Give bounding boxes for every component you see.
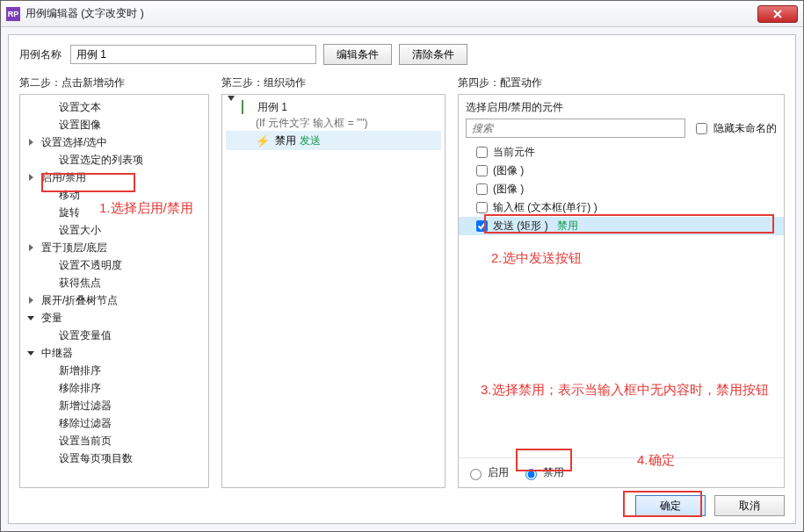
widget-name: 当前元件	[493, 145, 535, 160]
case-name-input[interactable]	[70, 45, 316, 64]
action-tree-item[interactable]: 设置大小	[20, 221, 208, 239]
action-tree-item[interactable]: 设置每页项目数	[20, 449, 208, 467]
action-target: 发送	[300, 133, 321, 148]
columns: 第二步：点击新增动作 设置文本设置图像设置选择/选中设置选定的列表项启用/禁用移…	[19, 75, 785, 488]
action-tree-item[interactable]: 设置当前页	[20, 432, 208, 449]
column-step3-title: 第三步：组织动作	[221, 75, 445, 90]
enable-disable-radio-row: 启用 禁用	[459, 457, 784, 487]
close-icon	[772, 9, 783, 19]
widget-name: (图像 )	[493, 163, 524, 178]
ok-button[interactable]: 确定	[635, 495, 706, 516]
organized-actions-list[interactable]: 用例 1 (If 元件文字 输入框 = "") ⚡ 禁用 发送	[221, 94, 445, 488]
widget-row[interactable]: (图像 )	[459, 180, 784, 198]
action-tree-item[interactable]: 启用/禁用	[20, 169, 208, 186]
widget-state: 禁用	[557, 219, 578, 234]
widget-checklist[interactable]: 当前元件(图像 )(图像 )输入框 (文本框(单行) )发送 (矩形 )禁用	[459, 143, 784, 457]
close-button[interactable]	[757, 5, 798, 23]
action-tree-item[interactable]: 中继器	[20, 344, 208, 362]
case-name-row: 用例名称 编辑条件 清除条件	[19, 44, 785, 65]
action-tree-item[interactable]: 设置图像	[20, 116, 208, 133]
hide-unnamed-checkbox[interactable]	[696, 123, 707, 134]
widget-checkbox[interactable]	[476, 147, 488, 158]
action-label: 禁用	[275, 133, 296, 148]
titlebar: RP 用例编辑器 (文字改变时 )	[1, 1, 803, 27]
widget-row[interactable]: 当前元件	[459, 143, 784, 162]
widget-search-input[interactable]	[466, 119, 685, 138]
case-icon	[242, 100, 243, 114]
action-tree-item[interactable]: 展开/折叠树节点	[20, 291, 208, 309]
bolt-icon: ⚡	[256, 134, 270, 147]
widget-checkbox[interactable]	[476, 220, 488, 232]
configure-header: 选择启用/禁用的元件	[459, 95, 784, 119]
action-tree-item[interactable]: 设置选定的列表项	[20, 151, 208, 169]
radio-disable[interactable]: 禁用	[521, 465, 564, 480]
column-step4: 第四步：配置动作 选择启用/禁用的元件 隐藏未命名的 当前元件(图像 )(图像 …	[458, 75, 785, 488]
widget-name: 发送 (矩形 )	[493, 219, 548, 234]
clear-condition-button[interactable]: 清除条件	[399, 44, 467, 65]
radio-enable-input[interactable]	[470, 469, 482, 480]
action-tree-item[interactable]: 移动	[20, 186, 208, 204]
action-type-list[interactable]: 设置文本设置图像设置选择/选中设置选定的列表项启用/禁用移动旋转设置大小置于顶层…	[19, 94, 209, 488]
dialog-window: RP 用例编辑器 (文字改变时 ) 用例名称 编辑条件 清除条件 第二步：点击新…	[0, 0, 804, 532]
action-tree-item[interactable]: 旋转	[20, 204, 208, 221]
hide-unnamed-label: 隐藏未命名的	[713, 121, 777, 136]
column-step4-title: 第四步：配置动作	[458, 75, 785, 90]
widget-name: 输入框 (文本框(单行) )	[493, 200, 598, 215]
cancel-button[interactable]: 取消	[714, 495, 785, 516]
action-tree-item[interactable]: 设置变量值	[20, 327, 208, 344]
case-name: 用例 1	[257, 100, 287, 115]
action-tree-item[interactable]: 变量	[20, 309, 208, 327]
case-header[interactable]: 用例 1	[226, 98, 441, 116]
radio-enable[interactable]: 启用	[466, 465, 509, 480]
widget-row[interactable]: 发送 (矩形 )禁用	[459, 217, 784, 235]
action-tree-item[interactable]: 新增排序	[20, 362, 208, 379]
dialog-body: 用例名称 编辑条件 清除条件 第二步：点击新增动作 设置文本设置图像设置选择/选…	[8, 34, 796, 524]
case-action[interactable]: ⚡ 禁用 发送	[226, 131, 441, 150]
action-tree-item[interactable]: 置于顶层/底层	[20, 239, 208, 256]
radio-enable-label: 启用	[488, 465, 509, 480]
column-step3: 第三步：组织动作 用例 1 (If 元件文字 输入框 = "") ⚡ 禁用 发送	[221, 75, 445, 488]
widget-checkbox[interactable]	[476, 165, 488, 176]
hide-unnamed-toggle[interactable]: 隐藏未命名的	[692, 120, 777, 137]
dialog-footer: 确定 取消	[19, 488, 785, 516]
edit-condition-button[interactable]: 编辑条件	[323, 44, 392, 65]
window-title: 用例编辑器 (文字改变时 )	[25, 6, 757, 21]
action-tree-item[interactable]: 设置文本	[20, 98, 208, 116]
case-condition: (If 元件文字 输入框 = "")	[226, 116, 441, 131]
widget-name: (图像 )	[493, 182, 524, 197]
app-icon: RP	[6, 7, 20, 21]
action-tree-item[interactable]: 设置不透明度	[20, 256, 208, 274]
action-tree-item[interactable]: 移除排序	[20, 379, 208, 397]
action-tree-item[interactable]: 获得焦点	[20, 274, 208, 291]
widget-checkbox[interactable]	[476, 202, 488, 213]
widget-checkbox[interactable]	[476, 183, 488, 195]
column-step2: 第二步：点击新增动作 设置文本设置图像设置选择/选中设置选定的列表项启用/禁用移…	[19, 75, 209, 488]
action-tree-item[interactable]: 新增过滤器	[20, 397, 208, 414]
case-name-label: 用例名称	[19, 47, 63, 62]
radio-disable-input[interactable]	[525, 469, 537, 480]
configure-action-panel: 选择启用/禁用的元件 隐藏未命名的 当前元件(图像 )(图像 )输入框 (文本框…	[458, 94, 785, 488]
expand-icon	[228, 96, 235, 113]
action-tree-item[interactable]: 设置选择/选中	[20, 133, 208, 151]
action-tree-item[interactable]: 移除过滤器	[20, 414, 208, 432]
radio-disable-label: 禁用	[543, 465, 564, 480]
column-step2-title: 第二步：点击新增动作	[19, 75, 209, 90]
widget-row[interactable]: (图像 )	[459, 162, 784, 180]
widget-row[interactable]: 输入框 (文本框(单行) )	[459, 198, 784, 217]
